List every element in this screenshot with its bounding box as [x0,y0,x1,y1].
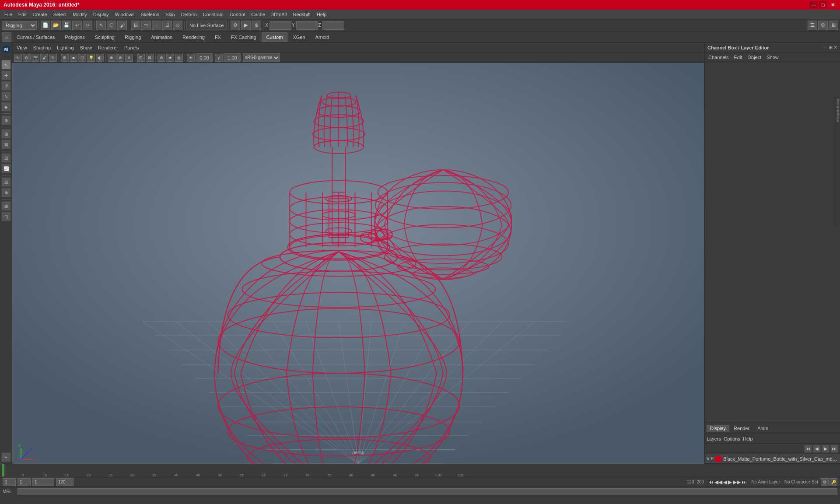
tab-fx-caching[interactable]: FX Caching [226,32,261,42]
close-button[interactable]: ✕ [829,1,836,8]
vp-texture-btn[interactable]: ⬡ [78,54,86,62]
snap-point-button[interactable]: · [152,21,161,30]
paint-button[interactable]: 🖌 [117,21,127,30]
layer-visibility[interactable]: V P [707,456,714,461]
vp-brush-btn[interactable]: 🖌 [40,54,48,62]
goto-end-button[interactable]: ⏭ [742,479,747,485]
cb-tab-object[interactable]: Object [746,54,763,61]
snap-grid-button[interactable]: ⊞ [131,21,140,30]
char-set-key-btn[interactable]: 🔑 [830,478,837,486]
home-button[interactable]: ⌂ [2,32,11,42]
channel-box-minimize[interactable]: — [823,45,828,50]
menu-edit[interactable]: Edit [16,11,29,18]
vp-light-btn[interactable]: 💡 [87,54,95,62]
menu-create[interactable]: Create [30,11,50,18]
scale-tool-btn[interactable]: ⤡ [1,91,11,101]
tab-polygons[interactable]: Polygons [60,32,89,42]
x-input[interactable] [270,21,291,30]
vp-camera-btn[interactable]: 📷 [32,54,39,62]
menu-constrain[interactable]: Constrain [200,11,226,18]
render-button[interactable]: ▶ [241,21,251,30]
tab-curves-surfaces[interactable]: Curves / Surfaces [12,32,60,42]
tab-arnold[interactable]: Arnold [311,32,334,42]
tab-sculpting[interactable]: Sculpting [90,32,119,42]
minimize-button[interactable]: — [809,1,817,8]
tab-animation[interactable]: Animation [146,32,177,42]
viewport-3d[interactable]: X Y Z persp [12,63,704,464]
options-menu[interactable]: Options [724,436,740,441]
vp-select-btn[interactable]: ↖ [14,54,22,62]
render-seq-btn[interactable]: ⊞ [1,201,11,211]
lasso-tool-button[interactable]: ⬡ [107,21,116,30]
paint-skin-btn[interactable]: ⊡ [1,153,11,163]
vp-wireframe-btn[interactable]: ⊞ [61,54,69,62]
attr-editor-toggle[interactable]: ⊞ [829,21,838,30]
channel-box-close[interactable]: ✕ [833,45,837,50]
universal-tool-btn[interactable]: ◈ [1,102,11,112]
cb-tab-edit[interactable]: Edit [732,54,744,61]
snap-view-button[interactable]: ⊡ [162,21,172,30]
vp-xray-btn[interactable]: ✕ [125,54,133,62]
channel-box-toggle[interactable]: ☰ [808,21,817,30]
undo-button[interactable]: ↩ [72,21,82,30]
menu-help[interactable]: Help [314,11,329,18]
layer-prev-btn[interactable]: ◀ [813,445,821,453]
viewport-menu-show[interactable]: Show [77,44,95,51]
channel-box-float[interactable]: ⊞ [829,45,833,50]
timeline-svg[interactable]: 1 5 10 15 20 25 30 35 [2,464,838,477]
z-input[interactable] [322,21,344,30]
menu-3dtoa[interactable]: 3DtoAll [269,11,289,18]
menu-display[interactable]: Display [91,11,112,18]
soft-mod-btn[interactable]: ⊛ [1,116,11,125]
vp-isolate-btn[interactable]: ◎ [175,54,183,62]
char-set-settings-btn[interactable]: ⚙ [821,478,829,486]
viewport-menu-panels[interactable]: Panels [122,44,142,51]
play-back-button[interactable]: ◀ [723,479,727,485]
tab-rendering[interactable]: Rendering [178,32,210,42]
move-tool-btn[interactable]: ✛ [1,70,11,80]
timeline-area[interactable]: 1 5 10 15 20 25 30 35 [0,464,840,477]
menu-select[interactable]: Select [51,11,70,18]
menu-skin[interactable]: Skin [163,11,177,18]
vp-paint-btn[interactable]: ✎ [49,54,57,62]
frame-input[interactable] [32,478,54,486]
viewport-menu-renderer[interactable]: Renderer [95,44,121,51]
y-input[interactable] [296,21,318,30]
redo-button[interactable]: ↪ [83,21,92,30]
cb-tab-show[interactable]: Show [765,54,780,61]
viewport-menu-view[interactable]: View [14,44,30,51]
play-forward-button[interactable]: ▶ [728,479,732,485]
vp-shaded-btn[interactable]: ◐ [96,54,104,62]
gamma-select[interactable]: sRGB gamma [243,53,280,62]
render-settings-button[interactable]: ⚙ [231,21,240,30]
viewport-menu-lighting[interactable]: Lighting [54,44,77,51]
snap-curve-button[interactable]: 〜 [141,21,151,30]
snap-btn[interactable]: ⊠ [1,140,11,149]
tab-fx[interactable]: FX [210,32,226,42]
vp-ao-btn[interactable]: ⊗ [116,54,124,62]
gamma-input[interactable]: 1.00 [224,53,241,62]
connect-btn[interactable]: ⊕ [1,188,11,197]
menu-redshift[interactable]: Redshift [290,11,313,18]
step-forward-button[interactable]: ▶▶ [733,479,741,485]
layer-tab-render[interactable]: Render [730,425,753,432]
menu-cache[interactable]: Cache [248,11,268,18]
menu-windows[interactable]: Windows [112,11,137,18]
expand-left-btn[interactable]: + [1,452,11,462]
tab-custom[interactable]: Custom [262,32,288,42]
vp-gamma-btn[interactable]: γ [215,54,223,62]
vp-cam-tools-btn[interactable]: ⊛ [158,54,165,62]
menu-skeleton[interactable]: Skeleton [138,11,162,18]
window-controls[interactable]: — □ ✕ [809,1,836,8]
open-scene-button[interactable]: 📂 [51,21,61,30]
layers-menu[interactable]: Layers [707,436,721,441]
layer-first-btn[interactable]: ⏮ [804,445,812,453]
select-tool-btn[interactable]: ↖ [1,60,11,70]
menu-control[interactable]: Control [227,11,248,18]
maximize-button[interactable]: □ [819,1,827,8]
show-manip-btn[interactable]: ⊞ [1,129,11,139]
save-scene-button[interactable]: 💾 [62,21,71,30]
step-back-button[interactable]: ◀◀ [714,479,722,485]
menu-file[interactable]: File [2,11,15,18]
vp-bookmark-btn[interactable]: ★ [166,54,174,62]
